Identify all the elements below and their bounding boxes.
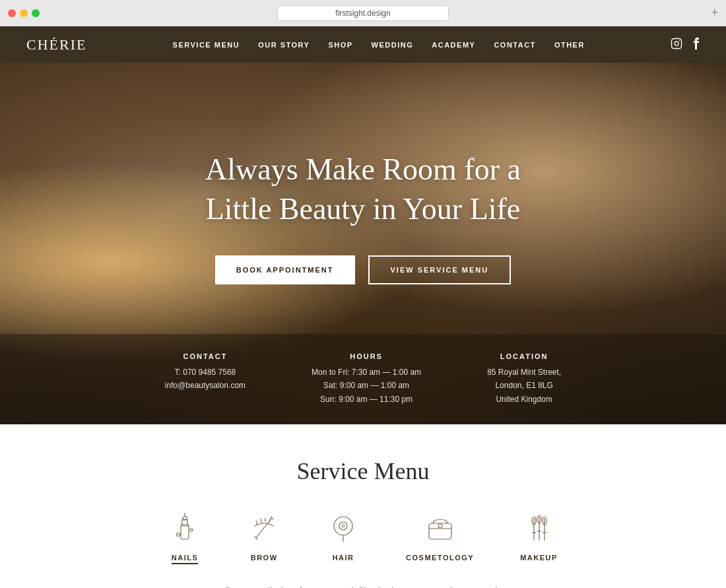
svg-point-7 — [177, 533, 180, 537]
hero-buttons: BOOK APPOINTMENT VIEW SERVICE MENU — [215, 255, 511, 284]
social-links — [671, 38, 700, 52]
brow-icon — [248, 511, 280, 544]
location-info: LOCATION 85 Royal Mint Street, London, E… — [487, 352, 561, 406]
nav-other[interactable]: OTHER — [554, 41, 585, 49]
svg-line-13 — [261, 519, 261, 523]
nails-icon — [168, 511, 201, 544]
hero-title: Always Make Room for a Little Beauty in … — [172, 150, 554, 229]
service-cat-hair[interactable]: HAIR — [327, 511, 360, 564]
close-dot[interactable] — [8, 9, 16, 17]
service-cat-brow[interactable]: BROW — [248, 511, 280, 564]
svg-line-12 — [256, 521, 257, 525]
svg-point-22 — [438, 524, 442, 528]
url-text: firstsight.design — [335, 9, 390, 18]
hours-info: HOURS Mon to Fri: 7:30 am — 1:00 am Sat:… — [312, 352, 421, 406]
address-bar[interactable]: firstsight.design — [277, 5, 449, 21]
site-logo[interactable]: CHÉRIE — [26, 36, 86, 53]
service-section-title: Service Menu — [26, 457, 700, 485]
browser-dots — [8, 9, 40, 17]
main-nav: SERVICE MENU OUR STORY SHOP WEDDING ACAD… — [173, 41, 585, 49]
svg-point-1 — [675, 42, 678, 46]
cosmetology-label: COSMETOLOGY — [406, 554, 474, 562]
hours-label: HOURS — [312, 352, 421, 360]
contact-info: CONTACT T: 070 9485 7568 info@beautysalo… — [165, 352, 246, 406]
svg-rect-3 — [181, 525, 189, 539]
facebook-icon[interactable] — [693, 38, 700, 52]
svg-point-16 — [334, 517, 352, 535]
service-description: Get your nails done for great mood. Simp… — [165, 584, 561, 588]
service-menu-section: Service Menu N — [0, 424, 726, 588]
makeup-label: MAKEUP — [520, 554, 558, 562]
svg-line-15 — [269, 519, 270, 523]
nav-academy[interactable]: ACADEMY — [432, 41, 475, 49]
service-categories: NAILS — [26, 511, 700, 564]
svg-point-17 — [339, 522, 347, 530]
cosmetology-icon — [424, 511, 457, 544]
hours-sat: Sat: 9:00 am — 1:00 am — [312, 379, 421, 392]
nav-our-story[interactable]: OUR STORY — [258, 41, 310, 49]
browser-chrome: firstsight.design + — [0, 0, 726, 26]
makeup-icon — [523, 511, 556, 544]
svg-point-18 — [342, 525, 345, 527]
website-container: CHÉRIE SERVICE MENU OUR STORY SHOP WEDDI… — [0, 26, 726, 588]
hair-icon — [327, 511, 360, 544]
book-appointment-button[interactable]: BOOK APPOINTMENT — [215, 255, 355, 284]
brow-label: BROW — [251, 554, 278, 562]
nails-label: NAILS — [172, 554, 199, 564]
service-cat-makeup[interactable]: MAKEUP — [520, 511, 558, 564]
hours-sun: Sun: 9:00 am — 11:30 pm — [312, 393, 421, 406]
hours-mon-fri: Mon to Fri: 7:30 am — 1:00 am — [312, 366, 421, 379]
location-label: LOCATION — [487, 352, 561, 360]
svg-point-8 — [190, 529, 193, 531]
contact-label: CONTACT — [165, 352, 246, 360]
service-cat-cosmetology[interactable]: COSMETOLOGY — [406, 511, 474, 564]
nav-wedding[interactable]: WEDDING — [372, 41, 414, 49]
instagram-icon[interactable] — [671, 38, 682, 52]
address-line2: London, E1 8LG — [487, 379, 561, 392]
hero-info-bar: CONTACT T: 070 9485 7568 info@beautysalo… — [0, 334, 726, 424]
nav-service-menu[interactable]: SERVICE MENU — [173, 41, 240, 49]
site-header: CHÉRIE SERVICE MENU OUR STORY SHOP WEDDI… — [0, 26, 726, 63]
minimize-dot[interactable] — [20, 9, 28, 17]
contact-phone: T: 070 9485 7568 — [165, 366, 246, 379]
service-cat-nails[interactable]: NAILS — [168, 511, 201, 564]
nav-shop[interactable]: SHOP — [328, 41, 352, 49]
maximize-dot[interactable] — [32, 9, 40, 17]
new-tab-button[interactable]: + — [711, 6, 718, 20]
view-service-menu-button[interactable]: VIEW SERVICE MENU — [368, 255, 512, 284]
hero-section: Always Make Room for a Little Beauty in … — [0, 63, 726, 424]
address-line3: United Kingdom — [487, 393, 561, 406]
nav-contact[interactable]: CONTACT — [494, 41, 535, 49]
contact-email: info@beautysalon.com — [165, 379, 246, 392]
hair-label: HAIR — [333, 554, 354, 562]
address-line1: 85 Royal Mint Street, — [487, 366, 561, 379]
svg-rect-20 — [429, 523, 451, 539]
svg-point-2 — [678, 40, 680, 42]
svg-rect-0 — [672, 38, 682, 48]
